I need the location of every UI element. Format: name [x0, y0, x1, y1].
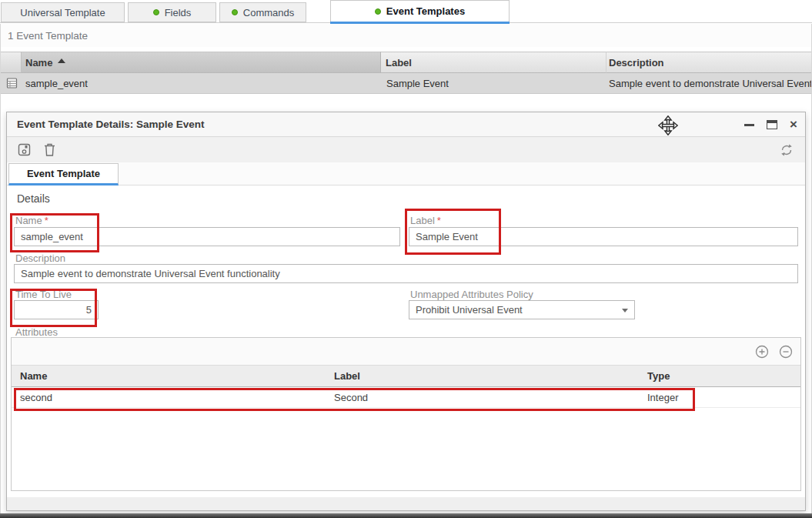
tab-universal-template[interactable]: Universal Template — [1, 2, 125, 22]
green-status-dot-icon — [153, 9, 159, 15]
unmapped-attributes-policy-label: Unmapped Attributes Policy — [410, 289, 533, 300]
tab-label: Event Template — [27, 168, 100, 179]
grid-header-name[interactable]: Name — [22, 52, 381, 73]
attr-cell-label: Second — [334, 392, 368, 403]
record-count-bar: 1 Event Template — [1, 24, 811, 47]
app-window: Universal Template Fields Commands Event… — [0, 0, 812, 518]
unmapped-attributes-policy-select[interactable]: Prohibit Universal Event — [409, 300, 635, 319]
row-details-icon[interactable] — [6, 77, 18, 92]
attr-cell-name: second — [20, 392, 52, 403]
event-template-details-dialog: Event Template Details: Sample Event × E… — [6, 112, 806, 511]
row-cell-label: Sample Event — [386, 78, 449, 89]
attr-header-label: Label — [334, 370, 360, 382]
green-status-dot-icon — [232, 9, 238, 15]
close-icon[interactable]: × — [790, 120, 797, 129]
details-section-heading: Details — [17, 192, 50, 205]
event-template-row[interactable]: sample_event Sample Event Sample event t… — [1, 73, 811, 94]
tab-event-templates[interactable]: Event Templates — [330, 0, 510, 22]
bottom-window-edge — [0, 513, 812, 518]
grid-header-description-label: Description — [609, 57, 664, 69]
active-tab-underline — [330, 22, 510, 24]
name-field[interactable]: sample_event — [14, 227, 400, 246]
maximize-icon[interactable] — [767, 120, 777, 129]
grid-header-label[interactable]: Label — [381, 52, 606, 73]
tab-commands[interactable]: Commands — [219, 2, 306, 22]
attributes-header-row: Name Label Type — [12, 366, 800, 387]
label-text: Name — [15, 215, 42, 226]
label-text: Label — [410, 215, 435, 226]
grid-header-icon-column — [1, 52, 22, 73]
selected-option: Prohibit Universal Event — [416, 304, 523, 316]
grid-header-description[interactable]: Description — [606, 52, 811, 73]
tab-label: Fields — [165, 7, 192, 18]
dropdown-caret-icon — [622, 309, 628, 312]
description-field-label: Description — [15, 252, 65, 264]
tab-fields[interactable]: Fields — [128, 2, 216, 22]
name-field-label: Name* — [15, 215, 48, 226]
trash-icon[interactable] — [44, 143, 55, 159]
attributes-section-label: Attributes — [15, 326, 58, 338]
description-field[interactable]: Sample event to demonstrate Universal Ev… — [14, 264, 798, 283]
minimize-icon[interactable] — [744, 124, 754, 126]
save-icon[interactable] — [18, 143, 31, 159]
tab-event-template-details[interactable]: Event Template — [8, 163, 119, 185]
required-marker: * — [437, 215, 441, 226]
attr-header-type: Type — [647, 370, 670, 382]
dialog-title-bar[interactable]: Event Template Details: Sample Event × — [7, 112, 805, 137]
attributes-toolbar — [12, 338, 800, 366]
green-status-dot-icon — [375, 8, 381, 15]
dialog-form: Details Name* sample_event Label* Sample… — [7, 185, 805, 497]
dialog-toolbar — [7, 138, 805, 162]
tab-label: Commands — [243, 7, 294, 18]
sort-ascending-icon — [58, 58, 65, 63]
time-to-live-label: Time To Live — [15, 289, 72, 300]
attr-cell-type: Integer — [647, 392, 678, 403]
row-cell-name: sample_event — [25, 78, 88, 89]
attr-header-name: Name — [20, 370, 47, 382]
label-field[interactable]: Sample Event — [409, 227, 798, 246]
tab-label: Event Templates — [386, 5, 465, 17]
left-page-border — [0, 24, 1, 513]
tab-label: Universal Template — [20, 7, 105, 18]
label-field-label: Label* — [410, 215, 441, 226]
dialog-tab-strip: Event Template — [7, 162, 805, 185]
attributes-panel: Name Label Type second Second Integer — [11, 337, 801, 491]
record-count-text: 1 Event Template — [8, 30, 88, 42]
required-marker: * — [45, 215, 48, 226]
dialog-title: Event Template Details: Sample Event — [17, 119, 205, 130]
window-controls: × — [744, 112, 797, 137]
move-cursor-icon — [658, 115, 678, 138]
remove-circle-icon[interactable] — [779, 345, 793, 361]
grid-header-name-label: Name — [25, 57, 52, 69]
time-to-live-field[interactable]: 5 — [14, 300, 99, 319]
refresh-icon[interactable] — [780, 144, 793, 159]
grid-header-label-label: Label — [386, 57, 412, 69]
add-circle-icon[interactable] — [755, 345, 769, 361]
top-tab-bar: Universal Template Fields Commands Event… — [0, 0, 812, 24]
row-cell-description: Sample event to demonstrate Universal Ev… — [609, 78, 811, 89]
attribute-row[interactable]: second Second Integer — [12, 387, 800, 408]
